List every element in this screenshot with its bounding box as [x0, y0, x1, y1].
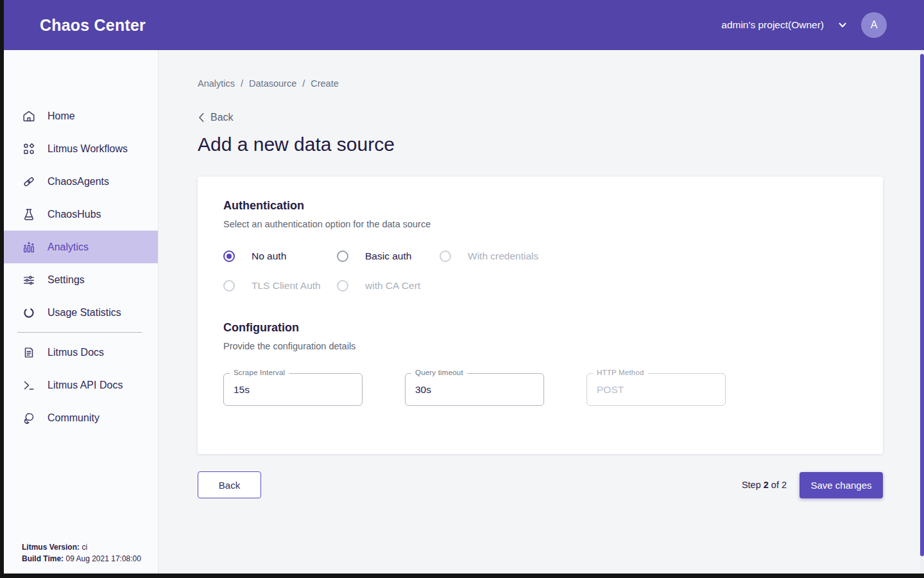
- radio-tls-client-auth: TLS Client Auth: [223, 280, 337, 292]
- sidebar-item-chaosagents[interactable]: ChaosAgents: [0, 165, 158, 198]
- avatar-letter: A: [871, 19, 878, 31]
- app-header: Chaos Center admin's project(Owner) A: [0, 0, 924, 50]
- breadcrumb-analytics[interactable]: Analytics: [198, 78, 235, 89]
- sidebar-item-label: ChaosAgents: [47, 176, 109, 188]
- auth-options-row-2: TLS Client Auth with CA Cert: [223, 280, 857, 292]
- form-footer: Back Step2of 2 Save changes: [198, 471, 883, 498]
- usage-icon: [22, 306, 36, 320]
- scrollbar-track: [920, 50, 924, 574]
- sidebar-item-label: Community: [47, 412, 99, 424]
- auth-options-row-1: No auth Basic auth With credentials: [223, 250, 857, 262]
- sidebar-item-litmus-workflows[interactable]: Litmus Workflows: [0, 132, 158, 165]
- radio-selected-icon: [223, 250, 235, 262]
- http-method-label: HTTP Method: [593, 369, 648, 376]
- page-title: Add a new data source: [198, 134, 883, 155]
- query-timeout-input[interactable]: [406, 374, 543, 405]
- radio-label: with CA Cert: [365, 280, 420, 292]
- radio-label: No auth: [252, 250, 286, 262]
- radio-disabled-icon: [337, 280, 348, 292]
- back-button[interactable]: Back: [198, 471, 261, 498]
- main-content: Analytics / Datasource / Create Back Add…: [158, 50, 924, 574]
- radio-basic-auth[interactable]: Basic auth: [337, 250, 440, 262]
- hubs-icon: [22, 207, 36, 222]
- window-edge-left: [0, 0, 4, 578]
- configuration-fields: Scrape Interval Query timeout HTTP Metho…: [223, 373, 857, 406]
- home-icon: [22, 109, 36, 123]
- sidebar-item-label: Analytics: [47, 241, 89, 253]
- radio-no-auth[interactable]: No auth: [223, 250, 337, 262]
- radio-with-ca-cert: with CA Cert: [337, 280, 420, 292]
- breadcrumb: Analytics / Datasource / Create: [198, 78, 883, 89]
- analytics-icon: [22, 240, 36, 254]
- sidebar-item-litmus-api-docs[interactable]: Litmus API Docs: [0, 369, 158, 401]
- radio-label: TLS Client Auth: [252, 280, 321, 292]
- configuration-section-title: Configuration: [223, 321, 857, 335]
- radio-unselected-icon: [337, 250, 348, 262]
- scrape-interval-field: Scrape Interval: [223, 373, 363, 406]
- scrape-interval-label: Scrape Interval: [230, 369, 289, 376]
- breadcrumb-datasource[interactable]: Datasource: [249, 78, 296, 89]
- query-timeout-field: Query timeout: [405, 373, 544, 406]
- window-edge-bottom: [0, 574, 924, 578]
- radio-with-credentials: With credentials: [440, 250, 538, 262]
- sidebar-item-label: Home: [47, 110, 75, 122]
- back-link-label: Back: [210, 112, 234, 123]
- sidebar-item-analytics[interactable]: Analytics: [0, 231, 158, 263]
- breadcrumb-separator: /: [241, 78, 243, 89]
- sidebar-item-label: Litmus Docs: [47, 347, 104, 358]
- query-timeout-label: Query timeout: [411, 369, 467, 376]
- workflows-icon: [22, 142, 36, 156]
- chevron-down-icon: [838, 21, 847, 30]
- chevron-left-icon: [198, 112, 205, 123]
- authentication-section-subtitle: Select an authentication option for the …: [223, 219, 857, 229]
- sidebar-divider: [17, 332, 142, 333]
- sidebar-item-label: Usage Statistics: [47, 307, 121, 319]
- sidebar-item-litmus-docs[interactable]: Litmus Docs: [0, 336, 158, 369]
- breadcrumb-create[interactable]: Create: [311, 78, 339, 89]
- avatar[interactable]: A: [861, 12, 887, 38]
- project-selector[interactable]: admin's project(Owner): [721, 19, 847, 31]
- radio-disabled-icon: [440, 250, 451, 262]
- project-selector-label: admin's project(Owner): [721, 19, 824, 31]
- back-link[interactable]: Back: [198, 112, 883, 123]
- sidebar-item-label: ChaosHubs: [47, 209, 101, 220]
- http-method-input[interactable]: [587, 374, 725, 405]
- sidebar-item-usage-statistics[interactable]: Usage Statistics: [0, 296, 158, 329]
- sidebar-footer: Litmus Version: ci Build Time: 09 Aug 20…: [22, 541, 141, 565]
- sidebar-item-label: Litmus API Docs: [47, 380, 123, 391]
- docs-icon: [22, 346, 36, 360]
- settings-icon: [22, 273, 36, 287]
- sidebar-item-chaoshubs[interactable]: ChaosHubs: [0, 198, 158, 231]
- sidebar-item-settings[interactable]: Settings: [0, 263, 158, 296]
- sidebar-item-label: Litmus Workflows: [47, 143, 128, 155]
- configuration-section-subtitle: Provide the configuration details: [223, 341, 857, 351]
- sidebar-item-label: Settings: [47, 274, 85, 286]
- api-docs-icon: [22, 378, 36, 392]
- radio-label: Basic auth: [365, 250, 411, 262]
- http-method-field: HTTP Method: [586, 373, 726, 406]
- radio-disabled-icon: [223, 280, 235, 292]
- sidebar: Home Litmus Workflows: [0, 50, 158, 574]
- build-time-line: Build Time: 09 Aug 2021 17:08:00: [22, 553, 141, 565]
- authentication-section-title: Authentication: [223, 199, 857, 213]
- app-title: Chaos Center: [40, 16, 146, 35]
- step-indicator: Step2of 2: [742, 480, 787, 490]
- radio-label: With credentials: [468, 250, 538, 262]
- breadcrumb-separator: /: [302, 78, 305, 89]
- sidebar-item-home[interactable]: Home: [0, 100, 158, 132]
- datasource-form-card: Authentication Select an authentication …: [198, 177, 883, 454]
- litmus-version-line: Litmus Version: ci: [22, 541, 141, 553]
- scrollbar-thumb[interactable]: [920, 54, 924, 556]
- agents-icon: [22, 175, 36, 189]
- scrape-interval-input[interactable]: [224, 374, 362, 405]
- sidebar-item-community[interactable]: Community: [0, 401, 158, 434]
- save-changes-button[interactable]: Save changes: [800, 472, 883, 498]
- community-icon: [22, 411, 36, 425]
